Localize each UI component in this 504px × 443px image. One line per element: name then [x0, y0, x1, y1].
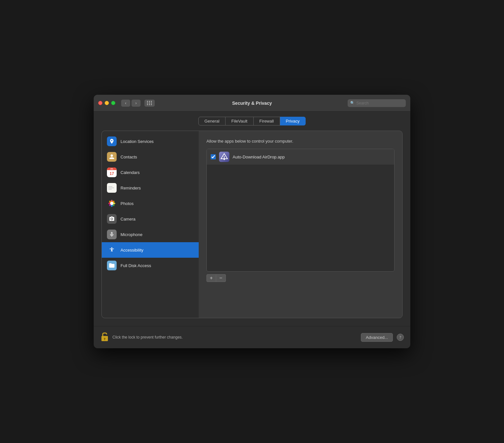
sidebar-item-calendars[interactable]: JUL 17 Calendars [102, 165, 199, 180]
app-name-airdrop: Auto-Download AirDrop.app [233, 155, 285, 159]
tab-privacy[interactable]: Privacy [280, 117, 306, 125]
calendars-icon: JUL 17 [107, 167, 117, 177]
search-box[interactable]: 🔍 [348, 99, 406, 107]
sidebar-label-accessibility: Accessibility [121, 248, 143, 253]
lock-text: Click the lock to prevent further change… [112, 335, 183, 340]
sidebar-label-camera: Camera [121, 217, 135, 222]
maximize-button[interactable] [111, 101, 115, 105]
nav-buttons: ‹ › [121, 100, 141, 107]
sidebar-item-contacts[interactable]: Contacts [102, 149, 199, 165]
svg-point-9 [110, 202, 113, 205]
sidebar-label-location-services: Location Services [121, 139, 154, 144]
remove-app-button[interactable]: − [216, 274, 226, 282]
contacts-icon [107, 152, 117, 162]
grid-icon [147, 101, 152, 105]
tab-firewall[interactable]: Firewall [254, 117, 280, 125]
sidebar-item-accessibility[interactable]: Accessibility [102, 242, 199, 258]
sidebar-label-calendars: Calendars [121, 170, 140, 175]
search-icon: 🔍 [350, 101, 355, 105]
location-icon [107, 136, 117, 146]
list-actions: + − [206, 274, 394, 282]
minimize-button[interactable] [105, 101, 109, 105]
tab-bar: General FileVault Firewall Privacy [101, 117, 403, 125]
back-button[interactable]: ‹ [121, 100, 130, 107]
titlebar: ‹ › Security & Privacy 🔍 [94, 95, 410, 112]
search-input[interactable] [356, 101, 403, 105]
lock-icon[interactable] [100, 331, 109, 344]
footer: Click the lock to prevent further change… [94, 326, 410, 348]
sidebar-item-photos[interactable]: Photos [102, 196, 199, 211]
svg-point-10 [111, 247, 112, 248]
sidebar-item-location-services[interactable]: Location Services [102, 134, 199, 149]
reminders-icon [107, 183, 117, 193]
table-row: Auto-Download AirDrop.app [207, 149, 394, 165]
advanced-button[interactable]: Advanced... [361, 333, 393, 342]
content-description: Allow the apps below to control your com… [206, 139, 394, 144]
camera-icon [107, 214, 117, 224]
sidebar-label-reminders: Reminders [121, 186, 141, 190]
sidebar-label-microphone: Microphone [121, 232, 142, 237]
window-content: General FileVault Firewall Privacy Locat… [94, 112, 410, 326]
airdrop-app-icon [219, 152, 229, 162]
content-area: Allow the apps below to control your com… [199, 131, 402, 318]
svg-point-16 [104, 338, 106, 340]
traffic-lights [98, 101, 115, 105]
accessibility-icon [107, 245, 117, 255]
main-window: ‹ › Security & Privacy 🔍 General FileVau… [94, 95, 410, 348]
sidebar-label-photos: Photos [121, 201, 133, 206]
close-button[interactable] [98, 101, 102, 105]
app-checkbox-airdrop[interactable] [211, 154, 216, 159]
sidebar-item-microphone[interactable]: Microphone [102, 227, 199, 242]
sidebar-label-full-disk-access: Full Disk Access [121, 263, 151, 268]
lock-section: Click the lock to prevent further change… [100, 331, 357, 344]
fulldisk-icon [107, 261, 117, 270]
sidebar-label-contacts: Contacts [121, 155, 137, 159]
photos-icon [107, 199, 117, 208]
tab-general[interactable]: General [198, 117, 226, 125]
main-panel: Location Services Contacts JUL 17 [101, 131, 403, 318]
window-title: Security & Privacy [232, 101, 272, 106]
sidebar-item-camera[interactable]: Camera [102, 211, 199, 227]
app-grid-button[interactable] [144, 100, 155, 107]
sidebar-item-full-disk-access[interactable]: Full Disk Access [102, 258, 199, 273]
help-button[interactable]: ? [397, 334, 404, 341]
sidebar-item-reminders[interactable]: Reminders [102, 180, 199, 196]
forward-button[interactable]: › [131, 100, 141, 107]
add-app-button[interactable]: + [206, 274, 216, 282]
tab-filevault[interactable]: FileVault [226, 117, 254, 125]
microphone-icon [107, 230, 117, 239]
sidebar: Location Services Contacts JUL 17 [102, 131, 199, 318]
apps-list: Auto-Download AirDrop.app [206, 149, 394, 272]
